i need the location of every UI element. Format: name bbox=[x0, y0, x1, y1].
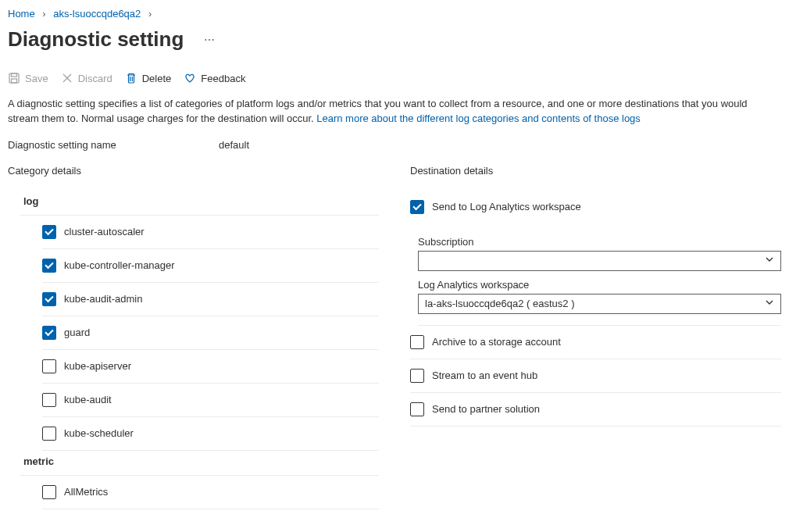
destination-column: Destination details Send to Log Analytic… bbox=[410, 165, 781, 509]
chevron-right-icon: › bbox=[37, 8, 50, 20]
description: A diagnostic setting specifies a list of… bbox=[8, 97, 758, 127]
dest-eventhub-row: Stream to an event hub bbox=[410, 359, 781, 393]
chevron-right-icon: › bbox=[144, 8, 156, 20]
list-item: guard bbox=[42, 316, 379, 350]
list-item: kube-audit bbox=[42, 384, 379, 417]
dest-eventhub-label: Stream to an event hub bbox=[432, 370, 537, 381]
breadcrumb: Home › aks-lsuoccqde6qa2 › bbox=[8, 6, 781, 27]
log-category-label: kube-apiserver bbox=[64, 360, 131, 372]
metrics-list: AllMetrics bbox=[8, 476, 379, 509]
log-category-label: kube-scheduler bbox=[64, 427, 134, 439]
log-category-label: guard bbox=[64, 327, 90, 338]
heart-icon bbox=[184, 72, 196, 84]
chevron-down-icon bbox=[765, 255, 774, 266]
workspace-select[interactable]: la-aks-lsuoccqde6qa2 ( eastus2 ) bbox=[418, 294, 781, 314]
category-section-title: Category details bbox=[8, 165, 379, 177]
page-title-text: Diagnostic setting bbox=[8, 27, 184, 52]
list-item: AllMetrics bbox=[42, 476, 379, 509]
metric-category-label: AllMetrics bbox=[64, 486, 108, 498]
log-category-checkbox[interactable] bbox=[42, 393, 56, 407]
dest-log-analytics-row: Send to Log Analytics workspace bbox=[410, 191, 781, 223]
metric-group-label: metric bbox=[20, 451, 379, 476]
dest-storage-label: Archive to a storage account bbox=[432, 336, 561, 348]
workspace-value: la-aks-lsuoccqde6qa2 ( eastus2 ) bbox=[425, 298, 575, 309]
list-item: kube-scheduler bbox=[42, 417, 379, 451]
log-category-label: kube-controller-manager bbox=[64, 259, 175, 271]
list-item: kube-controller-manager bbox=[42, 249, 379, 283]
workspace-label: Log Analytics workspace bbox=[418, 279, 781, 291]
category-column: Category details log cluster-autoscalerk… bbox=[8, 165, 379, 509]
svg-rect-1 bbox=[12, 73, 17, 77]
log-analytics-form: Subscription Log Analytics workspace la-… bbox=[418, 223, 781, 326]
delete-button[interactable]: Delete bbox=[125, 72, 172, 84]
learn-more-link[interactable]: Learn more about the different log categ… bbox=[316, 112, 641, 124]
list-item: kube-audit-admin bbox=[42, 283, 379, 316]
setting-name-row: Diagnostic setting name default bbox=[8, 139, 781, 151]
setting-name-value: default bbox=[219, 139, 249, 151]
dest-partner-label: Send to partner solution bbox=[432, 403, 540, 415]
logs-group-label: log bbox=[20, 191, 379, 216]
breadcrumb-home[interactable]: Home bbox=[8, 8, 35, 20]
chevron-down-icon bbox=[765, 298, 774, 309]
svg-rect-0 bbox=[9, 73, 19, 83]
list-item: kube-apiserver bbox=[42, 350, 379, 384]
log-category-label: kube-audit bbox=[64, 394, 112, 405]
log-category-checkbox[interactable] bbox=[42, 326, 56, 340]
log-category-checkbox[interactable] bbox=[42, 259, 56, 273]
save-button[interactable]: Save bbox=[8, 72, 48, 84]
page-title: Diagnostic setting ⋯ bbox=[8, 27, 781, 52]
log-category-checkbox[interactable] bbox=[42, 359, 56, 373]
close-icon bbox=[61, 72, 73, 84]
dest-log-analytics-label: Send to Log Analytics workspace bbox=[432, 201, 581, 212]
dest-storage-checkbox[interactable] bbox=[410, 335, 424, 349]
log-category-checkbox[interactable] bbox=[42, 225, 56, 239]
dest-eventhub-checkbox[interactable] bbox=[410, 369, 424, 383]
discard-button[interactable]: Discard bbox=[61, 72, 112, 84]
log-category-checkbox[interactable] bbox=[42, 427, 56, 441]
save-icon bbox=[8, 72, 20, 84]
feedback-button[interactable]: Feedback bbox=[184, 72, 245, 84]
metric-category-checkbox[interactable] bbox=[42, 485, 56, 499]
setting-name-label: Diagnostic setting name bbox=[8, 139, 219, 151]
dest-partner-row: Send to partner solution bbox=[410, 393, 781, 427]
subscription-select[interactable] bbox=[418, 251, 781, 271]
destination-section-title: Destination details bbox=[410, 165, 781, 177]
breadcrumb-resource[interactable]: aks-lsuoccqde6qa2 bbox=[53, 8, 141, 20]
log-category-label: cluster-autoscaler bbox=[64, 226, 145, 237]
log-category-label: kube-audit-admin bbox=[64, 293, 142, 305]
logs-list: cluster-autoscalerkube-controller-manage… bbox=[8, 216, 379, 451]
dest-log-analytics-checkbox[interactable] bbox=[410, 200, 424, 214]
svg-rect-2 bbox=[12, 79, 17, 83]
more-actions-button[interactable]: ⋯ bbox=[184, 34, 216, 46]
dest-storage-row: Archive to a storage account bbox=[410, 326, 781, 359]
list-item: cluster-autoscaler bbox=[42, 216, 379, 249]
log-category-checkbox[interactable] bbox=[42, 292, 56, 306]
trash-icon bbox=[125, 72, 137, 84]
dest-partner-checkbox[interactable] bbox=[410, 402, 424, 416]
toolbar: Save Discard Delete Feedback bbox=[8, 69, 781, 97]
subscription-label: Subscription bbox=[418, 236, 781, 248]
